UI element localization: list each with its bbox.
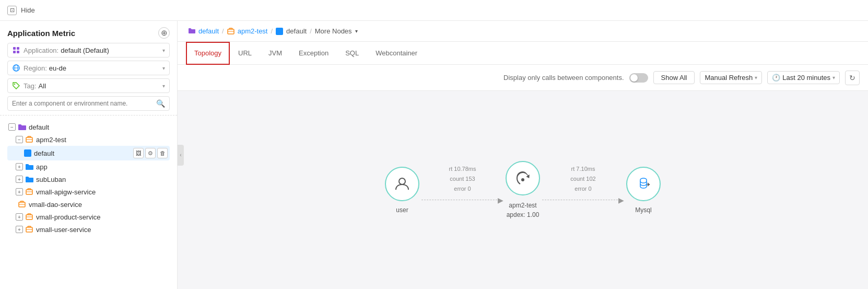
breadcrumb: default / apm2-test / default / More Nod… [178, 21, 868, 42]
time-label: Last 20 minutes [782, 74, 830, 82]
image-action-btn[interactable]: 🖼 [133, 148, 144, 158]
topo-label-mysql: Mysql [635, 206, 651, 214]
toolbar: Display only calls between components. S… [178, 65, 868, 91]
toggle-minus-default[interactable]: − [8, 123, 16, 131]
folder-blue-icon-subluban [25, 175, 33, 183]
folder-purple-icon [18, 123, 26, 131]
topo-connection-2: rt 7.10ms count 102 error 0 ▶ [542, 164, 624, 204]
tree-item-vmall-user[interactable]: + vmall-user-service [7, 223, 170, 236]
toggle-plus-subluban[interactable]: + [16, 176, 23, 183]
bc-sep1: / [222, 27, 224, 35]
topo-circle-user [385, 167, 419, 201]
svg-point-7 [14, 84, 15, 85]
display-label: Display only calls between components. [503, 74, 624, 82]
tree-label-default-child: default [34, 149, 133, 157]
svg-point-21 [521, 178, 524, 181]
hide-button[interactable]: Hide [21, 6, 35, 14]
app-filter-label: Application: [24, 47, 58, 54]
conn1-metrics: rt 10.78ms count 153 error 0 [449, 164, 476, 193]
tag-filter-label: Tag: [24, 82, 37, 90]
gear-action-btn[interactable]: ⚙ [145, 148, 156, 158]
tree-label-vmall-dao: vmall-dao-service [29, 201, 82, 209]
topo-label-apm2: apm2-test apdex: 1.00 [507, 201, 539, 219]
topo-circle-apm2 [506, 161, 540, 195]
show-all-button[interactable]: Show All [653, 71, 695, 84]
tree-label-vmall-user: vmall-user-service [36, 226, 91, 234]
tree-item-default[interactable]: − default [7, 121, 170, 133]
svg-rect-0 [13, 47, 16, 50]
tab-jvm[interactable]: JVM [260, 42, 290, 65]
tree-label-apm2-test: apm2-test [36, 136, 66, 144]
toggle-plus-app[interactable]: + [16, 163, 23, 170]
toggle-switch[interactable] [629, 73, 648, 83]
pkg-orange-icon-apm2 [25, 135, 33, 144]
tab-topology[interactable]: Topology [186, 42, 230, 65]
tab-webcontainer[interactable]: Webcontainer [367, 42, 426, 65]
tree-item-default-child[interactable]: default 🖼 ⚙ 🗑 [7, 146, 170, 160]
topo-circle-mysql [626, 167, 661, 201]
collapse-sidebar-btn[interactable]: ‹ [178, 145, 184, 166]
tree-label-default: default [29, 123, 49, 131]
tab-sql[interactable]: SQL [337, 42, 367, 65]
toggle-plus-vmall-product[interactable]: + [16, 213, 23, 221]
region-filter-icon [12, 64, 20, 72]
svg-rect-3 [17, 51, 19, 53]
toggle-minus-apm2-test[interactable]: − [16, 136, 23, 143]
topo-label-user: user [396, 206, 408, 214]
tree-item-vmall-product[interactable]: + vmall-product-service [7, 211, 170, 223]
tag-filter[interactable]: Tag: All ▾ [7, 78, 170, 93]
pkg-orange-icon-vmall-product [25, 213, 33, 221]
bc-default-link[interactable]: default [198, 27, 219, 35]
bc-icon-default [188, 28, 195, 35]
toggle-plus-vmall-user[interactable]: + [16, 226, 23, 233]
bc-child-default-link[interactable]: default [286, 27, 307, 35]
tree-item-subluban[interactable]: + subLuban [7, 173, 170, 186]
tag-filter-value: All [39, 82, 162, 90]
refresh-arrow: ▾ [755, 75, 757, 80]
region-filter[interactable]: Region: eu-de ▾ [7, 61, 170, 75]
svg-point-20 [399, 178, 405, 184]
sq-blue-icon [24, 149, 31, 157]
manual-refresh-select[interactable]: Manual Refresh ▾ [700, 71, 762, 84]
tree-label-vmall-apigw: vmall-apigw-service [36, 188, 96, 196]
region-filter-value: eu-de [49, 64, 162, 72]
folder-blue-icon-app [25, 163, 33, 171]
time-select[interactable]: 🕐 Last 20 minutes ▾ [767, 71, 840, 84]
tab-url[interactable]: URL [230, 42, 260, 65]
topo-node-apm2[interactable]: apm2-test apdex: 1.00 [506, 161, 540, 219]
bc-sep2: / [271, 27, 273, 35]
search-input[interactable] [12, 100, 156, 107]
conn2-metrics: rt 7.10ms count 102 error 0 [570, 164, 595, 193]
tree-item-vmall-dao[interactable]: vmall-dao-service [7, 198, 170, 211]
tree-item-vmall-apigw[interactable]: + vmall-apigw-service [7, 186, 170, 198]
pkg-orange-icon-vmall-user [25, 225, 33, 234]
region-filter-arrow: ▾ [162, 65, 165, 71]
application-filter[interactable]: Application: default (Default) ▾ [7, 43, 170, 57]
tabs-bar: Topology URL JVM Exception SQL Webcontai… [178, 42, 868, 65]
tree-item-app[interactable]: + app [7, 160, 170, 173]
tag-filter-icon [12, 82, 20, 90]
topology-canvas: user rt 10.78ms count 153 error 0 ▶ [178, 91, 868, 289]
more-nodes-btn[interactable]: More Nodes [315, 27, 352, 35]
more-nodes-arrow[interactable]: ▾ [355, 28, 358, 34]
toggle-plus-vmall-apigw[interactable]: + [16, 188, 23, 195]
tab-exception[interactable]: Exception [290, 42, 337, 65]
bc-icon-child-default [276, 28, 283, 35]
bc-apm2-link[interactable]: apm2-test [238, 27, 268, 35]
app-filter-value: default (Default) [61, 47, 162, 54]
manual-refresh-label: Manual Refresh [705, 74, 753, 82]
bc-sep3: / [310, 27, 312, 35]
pkg-orange-icon-vmall-dao [18, 200, 26, 209]
topo-connection-1: rt 10.78ms count 153 error 0 ▶ [421, 164, 503, 204]
toggle-knob [630, 74, 638, 82]
tree-item-apm2-test[interactable]: − apm2-test [7, 133, 170, 146]
delete-action-btn[interactable]: 🗑 [157, 148, 168, 158]
topo-node-user[interactable]: user [385, 167, 419, 214]
time-arrow: ▾ [832, 75, 835, 80]
hide-icon-box: ⊡ [7, 6, 17, 15]
topo-node-mysql[interactable]: Mysql [626, 167, 661, 214]
sidebar-add-icon[interactable]: ⊕ [158, 27, 170, 39]
refresh-button[interactable]: ↻ [845, 71, 860, 85]
bc-icon-apm2 [227, 28, 234, 35]
tree-label-subluban: subLuban [36, 176, 66, 183]
